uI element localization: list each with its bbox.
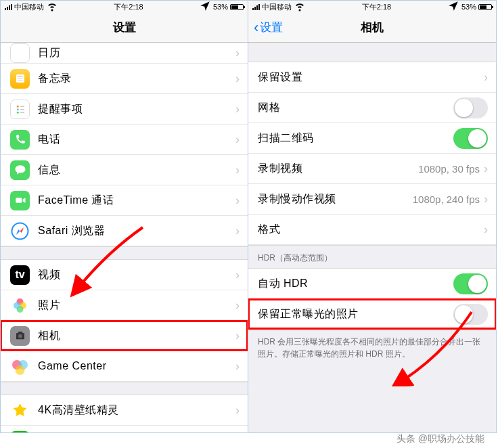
battery-icon	[230, 4, 244, 10]
camera-row-4[interactable]: 录制慢动作视频1080p, 240 fps›	[248, 184, 496, 214]
row-label: 录制慢动作视频	[258, 192, 413, 206]
row-label: Safari 浏览器	[38, 224, 235, 238]
camera-row-1[interactable]: 保留正常曝光的照片	[248, 299, 496, 329]
status-bar: 中国移动 下午2:18 53%	[1, 1, 248, 13]
camera-row-1[interactable]: 网格	[248, 93, 496, 122]
row-label: 照片	[38, 298, 235, 313]
svg-point-16	[14, 302, 20, 309]
toggle-switch[interactable]	[453, 128, 488, 149]
row-label: 4K高清壁纸精灵	[38, 403, 235, 418]
calendar-icon: 1	[10, 43, 30, 63]
chevron-right-icon: ›	[484, 162, 488, 176]
row-label: 保留正常曝光的照片	[258, 307, 453, 321]
toggle-switch[interactable]	[453, 97, 488, 118]
messages-icon	[10, 160, 30, 180]
toggle-switch[interactable]	[453, 273, 488, 294]
chevron-right-icon: ›	[484, 223, 488, 237]
camera-settings-screen: 中国移动 下午2:18 53% ‹ 设置 相机 保留设置›网格扫描二维码录制视频…	[248, 1, 496, 432]
photos-icon	[10, 296, 30, 315]
page-title: 相机	[361, 20, 384, 35]
svg-point-6	[16, 112, 18, 114]
status-bar: 中国移动 下午2:18 53%	[248, 1, 496, 13]
row-label: 保留设置	[258, 70, 484, 85]
location-icon	[447, 1, 459, 14]
settings-list[interactable]: 1日历›备忘录›提醒事项›电话›信息›FaceTime 通话›Safari 浏览…	[1, 43, 248, 432]
camera-icon	[10, 326, 30, 346]
tv-icon: tv	[10, 265, 30, 285]
settings-row-iqiyi[interactable]: iQIYI爱奇艺›	[1, 426, 248, 432]
row-label: 信息	[38, 163, 235, 177]
battery-pct: 53%	[461, 3, 476, 11]
svg-point-4	[16, 106, 18, 108]
chevron-right-icon: ›	[484, 70, 488, 85]
chevron-right-icon: ›	[235, 403, 240, 418]
settings-row-safari[interactable]: Safari 浏览器›	[1, 216, 248, 246]
row-detail: 1080p, 240 fps	[413, 194, 480, 205]
4k-icon	[10, 401, 30, 420]
back-label: 设置	[260, 20, 283, 35]
settings-screen: 中国移动 下午2:18 53% 设置 1日历›备忘录›提醒事项›电话›信息›Fa…	[1, 1, 248, 432]
chevron-right-icon: ›	[235, 163, 240, 177]
row-label: 备忘录	[38, 72, 235, 86]
camera-row-2[interactable]: 扫描二维码	[248, 123, 496, 153]
phone-icon	[10, 130, 30, 150]
row-label: 扫描二维码	[258, 131, 453, 145]
time-label: 下午2:18	[362, 2, 391, 12]
row-label: 录制视频	[258, 162, 418, 176]
settings-row-messages[interactable]: 信息›	[1, 155, 248, 185]
settings-row-facetime[interactable]: FaceTime 通话›	[1, 185, 248, 215]
safari-icon	[10, 221, 30, 241]
settings-row-reminders[interactable]: 提醒事项›	[1, 94, 248, 124]
settings-row-photos[interactable]: 照片›	[1, 290, 248, 320]
navbar: 设置	[1, 13, 248, 43]
row-label: 格式	[258, 223, 484, 237]
chevron-right-icon: ›	[235, 329, 240, 343]
camera-settings-list[interactable]: 保留设置›网格扫描二维码录制视频1080p, 30 fps›录制慢动作视频108…	[248, 43, 496, 365]
signal-icon	[252, 4, 260, 10]
notes-icon	[10, 69, 30, 89]
reminders-icon	[10, 99, 30, 119]
row-label: 网格	[258, 101, 453, 115]
camera-row-3[interactable]: 录制视频1080p, 30 fps›	[248, 154, 496, 183]
location-icon	[199, 1, 211, 14]
row-label: FaceTime 通话	[38, 194, 235, 208]
back-button[interactable]: ‹ 设置	[254, 20, 283, 35]
settings-row-tv[interactable]: tv视频›	[1, 260, 248, 290]
chevron-right-icon: ›	[235, 46, 240, 60]
settings-row-calendar[interactable]: 1日历›	[1, 43, 248, 63]
section-header: HDR（高动态范围）	[248, 246, 496, 268]
row-label: 自动 HDR	[258, 277, 453, 291]
svg-point-20	[16, 365, 25, 375]
svg-point-5	[16, 108, 18, 110]
signal-icon	[5, 4, 12, 10]
settings-row-notes[interactable]: 备忘录›	[1, 64, 248, 93]
settings-row-phone[interactable]: 电话›	[1, 125, 248, 154]
settings-row-gamecenter[interactable]: Game Center›	[1, 351, 248, 381]
chevron-right-icon: ›	[235, 72, 240, 86]
chevron-right-icon: ›	[235, 133, 240, 147]
toggle-switch[interactable]	[453, 304, 488, 325]
chevron-right-icon: ›	[235, 359, 240, 374]
row-label: Game Center	[38, 360, 235, 372]
battery-icon	[478, 4, 492, 10]
row-label: 日历	[38, 46, 235, 60]
section-footer: HDR 会用三张曝光程度各不相同的照片的最佳部分合并出一张照片。存储正常曝光的照…	[248, 330, 496, 365]
chevron-right-icon: ›	[235, 268, 240, 282]
chevron-right-icon: ›	[235, 194, 240, 208]
page-title: 设置	[113, 20, 136, 35]
navbar: ‹ 设置 相机	[248, 13, 496, 43]
settings-row-camera[interactable]: 相机›	[1, 321, 248, 351]
camera-row-0[interactable]: 自动 HDR	[248, 269, 496, 298]
gamecenter-icon	[10, 357, 30, 376]
chevron-right-icon: ›	[484, 192, 488, 206]
wifi-icon	[294, 1, 306, 14]
carrier-label: 中国移动	[14, 2, 44, 12]
camera-row-0[interactable]: 保留设置›	[248, 62, 496, 92]
row-label: 电话	[38, 133, 235, 147]
row-detail: 1080p, 30 fps	[418, 163, 480, 175]
watermark-text: 头条 @职场办公技能	[397, 433, 484, 445]
settings-row-4k[interactable]: 4K高清壁纸精灵›	[1, 395, 248, 425]
facetime-icon	[10, 191, 30, 210]
camera-row-5[interactable]: 格式›	[248, 215, 496, 244]
iqiyi-icon: iQIYI	[10, 431, 30, 433]
